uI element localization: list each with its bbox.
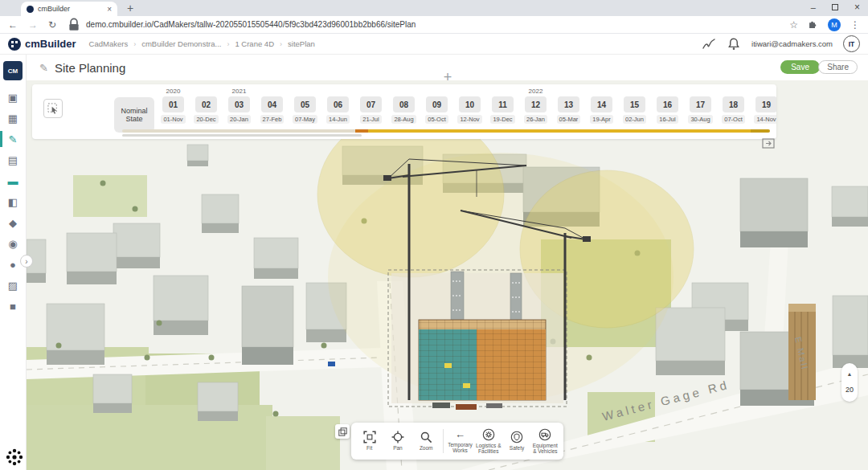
extensions-icon[interactable] — [808, 19, 818, 30]
logistics-facilities-button[interactable]: Logistics & Facilities — [474, 424, 502, 458]
browser-reload-icon[interactable]: ↻ — [48, 20, 56, 30]
timeline-milestone[interactable]: 2020 01 01-Nov — [157, 88, 190, 124]
milestone-number[interactable]: 09 — [426, 96, 448, 112]
timeline-milestone[interactable]: 06 14-Jun — [321, 88, 354, 124]
timeline-range-bar[interactable] — [122, 129, 770, 133]
timeline-milestone[interactable]: 08 28-Aug — [387, 88, 420, 124]
buildings-icon[interactable]: ▦ — [0, 108, 26, 129]
signature-icon[interactable] — [702, 37, 716, 51]
timeline-milestone[interactable]: 17 30-Aug — [684, 88, 717, 124]
timeline-milestone[interactable]: 05 07-May — [289, 88, 321, 124]
milestone-number[interactable]: 13 — [558, 96, 579, 112]
timeline-milestone[interactable]: 11 19-Dec — [486, 88, 519, 124]
breadcrumb-item[interactable]: cmBuilder Demonstra... — [141, 39, 221, 48]
milestone-date: 26-Jan — [524, 115, 547, 124]
timeline-milestone[interactable]: 10 12-Nov — [453, 88, 486, 124]
browser-forward-icon[interactable]: → — [28, 20, 38, 30]
nominal-state-card[interactable]: Nominal State — [114, 97, 154, 133]
milestone-number[interactable]: 16 — [657, 96, 678, 112]
timeline-milestone[interactable]: 16 16-Jul — [651, 88, 684, 124]
add-milestone-button[interactable]: + — [440, 69, 456, 85]
milestone-number[interactable]: 12 — [525, 96, 547, 112]
new-tab-button[interactable]: + — [127, 2, 133, 14]
timeline-milestone[interactable]: 2022 12 26-Jan — [519, 88, 552, 124]
rename-pencil-icon[interactable]: ✎ — [39, 62, 48, 74]
milestone-number[interactable]: 02 — [195, 96, 217, 112]
timeline-milestone[interactable]: 07 21-Jul — [354, 88, 387, 124]
compass-up-arrow-icon[interactable]: ▲ — [847, 371, 853, 377]
milestone-number[interactable]: 14 — [591, 96, 612, 112]
milestone-number[interactable]: 01 — [162, 96, 184, 112]
timeline-milestone[interactable]: 02 20-Dec — [190, 88, 223, 124]
palette-icon[interactable]: ◉ — [0, 233, 26, 254]
breadcrumb-item[interactable]: sitePlan — [288, 39, 315, 48]
cube-icon[interactable]: ◆ — [0, 212, 26, 233]
milestone-number[interactable]: 04 — [261, 96, 283, 112]
save-button[interactable]: Save — [780, 60, 820, 74]
timeline-expand-icon[interactable] — [762, 138, 775, 149]
model-layers-icon[interactable]: ▤ — [0, 149, 26, 170]
timeline-milestone[interactable]: 09 05-Oct — [420, 88, 453, 124]
milestone-number[interactable]: 07 — [360, 96, 382, 112]
milestone-number[interactable]: 19 — [755, 96, 776, 112]
gear-icon — [482, 428, 495, 441]
timeline-milestone[interactable]: 13 05-Mar — [552, 88, 585, 124]
equipment-vehicles-button[interactable]: Equipment & Vehicles — [531, 424, 559, 458]
paint-roller-icon[interactable]: ▬ — [0, 170, 26, 191]
milestone-number[interactable]: 15 — [624, 96, 645, 112]
milestone-number[interactable]: 05 — [294, 96, 316, 112]
browser-tab[interactable]: cmBuilder × — [21, 2, 117, 16]
zoom-button[interactable]: Zoom — [412, 424, 440, 458]
milestone-year — [666, 88, 668, 96]
milestone-number[interactable]: 18 — [723, 96, 744, 112]
pan-button[interactable]: Pan — [383, 424, 411, 458]
safety-button[interactable]: Safety — [502, 424, 530, 458]
milestone-date: 27-Feb — [260, 115, 285, 124]
browser-profile-avatar[interactable]: M — [828, 18, 841, 31]
window-minimize-icon[interactable]: – — [811, 3, 816, 12]
milestone-number[interactable]: 03 — [228, 96, 250, 112]
cmbuilder-logo-text[interactable]: cmBuilder — [25, 38, 76, 50]
window-close-icon[interactable]: × — [854, 2, 860, 12]
tab-title: cmBuilder — [38, 5, 103, 13]
sidebar-expand-button[interactable]: › — [20, 255, 33, 268]
timeline-milestone[interactable]: 2021 03 20-Jan — [223, 88, 256, 124]
timeline-milestone[interactable]: 14 19-Apr — [585, 88, 618, 124]
milestone-number[interactable]: 11 — [492, 96, 514, 112]
breadcrumb-item[interactable]: CadMakers — [89, 39, 129, 48]
compass-control[interactable]: ▲ 20 — [841, 363, 858, 402]
edit-pencil-icon[interactable]: ✎ — [0, 129, 26, 149]
timeline-milestone[interactable]: 15 02-Jun — [618, 88, 651, 124]
photo-icon[interactable]: ▨ — [0, 275, 26, 296]
notification-bell-icon[interactable] — [727, 37, 741, 51]
timeline-milestone[interactable]: 18 07-Oct — [717, 88, 750, 124]
timeline-home-button[interactable] — [43, 99, 63, 118]
breadcrumb-item[interactable]: 1 Crane 4D — [235, 39, 274, 48]
milestone-date: 12-Nov — [457, 115, 481, 124]
milestone-number[interactable]: 08 — [393, 96, 415, 112]
breadcrumb: CadMakers › cmBuilder Demonstra... › 1 C… — [89, 39, 315, 48]
timeline-milestone[interactable]: 04 27-Feb — [256, 88, 289, 124]
url-text[interactable]: demo.cmbuilder.io/CadMakers/tallw-202055… — [86, 20, 416, 29]
timeline-milestone[interactable]: 19 14-Nov — [750, 88, 776, 124]
materials-icon[interactable]: ◧ — [0, 191, 26, 212]
block-icon[interactable]: ■ — [0, 296, 26, 317]
scene-image-icon[interactable]: ▣ — [0, 87, 26, 108]
browser-menu-icon[interactable]: ⋮ — [850, 20, 860, 30]
browser-back-icon[interactable]: ← — [8, 20, 18, 30]
milestone-number[interactable]: 17 — [690, 96, 711, 112]
user-avatar[interactable]: IT — [843, 35, 860, 52]
timeline-scrollbar[interactable] — [122, 134, 362, 137]
app-header: cmBuilder CadMakers › cmBuilder Demonstr… — [0, 34, 868, 55]
cm-project-avatar[interactable]: CM — [3, 61, 23, 80]
milestone-number[interactable]: 10 — [459, 96, 481, 112]
window-maximize-icon[interactable] — [832, 4, 838, 10]
fit-button[interactable]: Fit — [355, 424, 383, 458]
milestone-number[interactable]: 06 — [327, 96, 349, 112]
temporary-works-button[interactable]: ← Temporary Works — [446, 424, 474, 458]
milestone-year: 2022 — [529, 88, 543, 96]
tab-close-icon[interactable]: × — [107, 5, 112, 14]
bookmark-star-icon[interactable]: ☆ — [789, 20, 798, 30]
screenshot-button[interactable] — [335, 424, 350, 439]
share-button[interactable]: Share — [818, 60, 858, 74]
